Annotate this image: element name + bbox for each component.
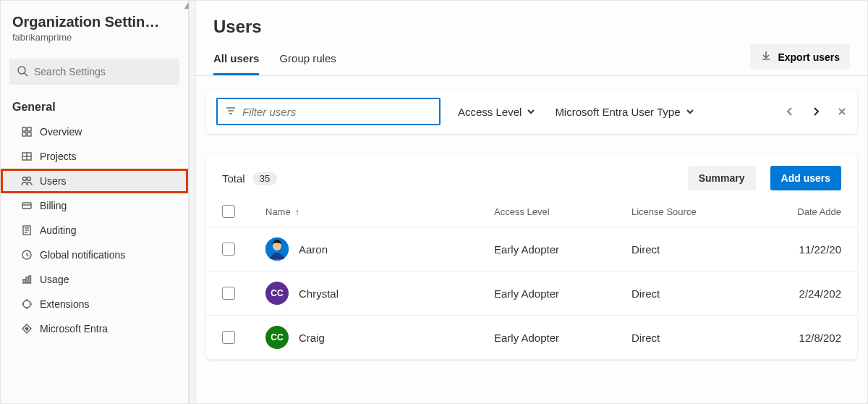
col-name[interactable]: Name — [265, 206, 291, 217]
sidebar-section-general: General — [1, 85, 188, 119]
search-icon — [17, 65, 28, 79]
col-license-source[interactable]: License Source — [631, 206, 762, 217]
billing-icon — [21, 200, 33, 211]
sidebar-nav: Overview Projects Users Billing Auditing… — [1, 119, 188, 341]
sidebar-item-label: Global notifications — [40, 249, 125, 261]
filter-dd-label: Access Level — [458, 106, 522, 118]
org-name: fabrikamprime — [12, 32, 176, 43]
main-content: Users All users Group rules Export users… — [196, 1, 867, 403]
svg-rect-4 — [27, 127, 31, 131]
sidebar-item-auditing[interactable]: Auditing — [1, 218, 188, 243]
sidebar-item-label: Auditing — [40, 224, 77, 236]
sidebar-resize-handle[interactable] — [189, 1, 196, 403]
filter-access-level[interactable]: Access Level — [456, 103, 537, 121]
sort-ascending-icon: ↑ — [295, 206, 300, 217]
search-settings-input[interactable] — [9, 59, 179, 85]
svg-rect-12 — [22, 203, 31, 209]
filter-clear-button[interactable] — [837, 106, 847, 117]
sidebar-item-label: Overview — [40, 126, 82, 138]
svg-line-2 — [25, 73, 27, 76]
user-date: 11/22/20 — [762, 243, 841, 256]
svg-rect-21 — [23, 279, 25, 283]
filter-icon — [225, 105, 237, 119]
tab-all-users[interactable]: All users — [213, 45, 259, 75]
svg-rect-5 — [22, 132, 26, 136]
avatar: CC — [265, 326, 289, 349]
download-icon — [760, 50, 772, 64]
filter-entra-user-type[interactable]: Microsoft Entra User Type — [553, 103, 696, 121]
org-settings-title: Organization Settin… — [12, 14, 176, 30]
export-users-button[interactable]: Export users — [750, 44, 850, 70]
total-label: Total — [222, 172, 245, 185]
chevron-down-icon — [526, 106, 536, 117]
col-date-added[interactable]: Date Adde — [762, 206, 841, 217]
entra-icon — [21, 323, 33, 334]
user-source: Direct — [631, 332, 762, 344]
user-access: Early Adopter — [494, 332, 631, 344]
page-title: Users — [196, 11, 867, 40]
users-icon — [21, 175, 33, 187]
projects-icon — [21, 151, 33, 162]
user-date: 2/24/202 — [762, 287, 841, 300]
sidebar-item-label: Projects — [40, 151, 77, 162]
svg-point-1 — [18, 67, 25, 74]
filter-users-input[interactable] — [216, 98, 441, 125]
sidebar-item-overview[interactable]: Overview — [1, 119, 188, 144]
svg-rect-23 — [29, 276, 31, 283]
svg-point-24 — [23, 300, 30, 308]
sidebar-item-label: Usage — [40, 274, 69, 285]
user-name: Craig — [299, 332, 325, 344]
export-users-label: Export users — [778, 51, 840, 63]
user-date: 12/8/202 — [762, 332, 841, 344]
svg-rect-22 — [26, 277, 28, 283]
sidebar-item-usage[interactable]: Usage — [1, 267, 188, 292]
svg-rect-3 — [22, 127, 26, 131]
sidebar-item-label: Users — [40, 175, 67, 187]
summary-button[interactable]: Summary — [688, 166, 756, 190]
svg-line-20 — [27, 255, 29, 256]
sidebar-item-global-notifications[interactable]: Global notifications — [1, 243, 188, 267]
add-users-button[interactable]: Add users — [770, 166, 841, 190]
sidebar-item-extensions[interactable]: Extensions — [1, 292, 188, 316]
user-source: Direct — [631, 243, 762, 256]
select-all-checkbox[interactable] — [222, 205, 235, 218]
avatar — [265, 237, 289, 261]
tab-group-rules[interactable]: Group rules — [279, 45, 336, 75]
extensions-icon — [21, 298, 33, 310]
filter-dd-label: Microsoft Entra User Type — [555, 106, 680, 118]
user-name: Chrystal — [299, 287, 339, 300]
auditing-icon — [21, 224, 33, 236]
table-row[interactable]: CC Craig Early Adopter Direct 12/8/202 — [206, 316, 857, 360]
sidebar-item-microsoft-entra[interactable]: Microsoft Entra — [1, 316, 188, 341]
tabs: All users Group rules Export users — [196, 40, 867, 76]
total-count: 35 — [252, 172, 277, 185]
user-access: Early Adopter — [494, 243, 631, 256]
search-settings-field[interactable] — [34, 66, 172, 77]
row-checkbox[interactable] — [222, 243, 235, 256]
user-access: Early Adopter — [494, 287, 631, 300]
notifications-icon — [21, 249, 33, 261]
row-checkbox[interactable] — [222, 287, 235, 300]
sidebar-item-billing[interactable]: Billing — [1, 193, 188, 218]
sidebar-item-users[interactable]: Users — [1, 169, 188, 193]
dashboard-icon — [21, 126, 33, 138]
svg-marker-30 — [25, 327, 29, 331]
filter-bar: Access Level Microsoft Entra User Type — [206, 89, 857, 134]
filter-users-field[interactable] — [242, 106, 432, 118]
col-access-level[interactable]: Access Level — [494, 206, 631, 217]
sidebar-item-projects[interactable]: Projects — [1, 144, 188, 169]
svg-point-11 — [27, 177, 31, 181]
usage-icon — [21, 274, 33, 285]
filter-next-button[interactable] — [811, 106, 821, 117]
table-row[interactable]: Aaron Early Adopter Direct 11/22/20 — [206, 227, 857, 272]
chevron-down-icon — [685, 106, 695, 117]
svg-point-10 — [23, 177, 27, 181]
row-checkbox[interactable] — [222, 331, 235, 344]
sidebar-item-label: Billing — [40, 200, 67, 211]
users-table-header: Name ↑ Access Level License Source Date … — [206, 198, 857, 227]
table-row[interactable]: CC Chrystal Early Adopter Direct 2/24/20… — [206, 272, 857, 316]
user-name: Aaron — [299, 243, 328, 256]
filter-prev-button[interactable] — [785, 106, 795, 117]
avatar: CC — [265, 282, 289, 305]
users-table-card: Total 35 Summary Add users Name ↑ Access… — [206, 153, 857, 360]
